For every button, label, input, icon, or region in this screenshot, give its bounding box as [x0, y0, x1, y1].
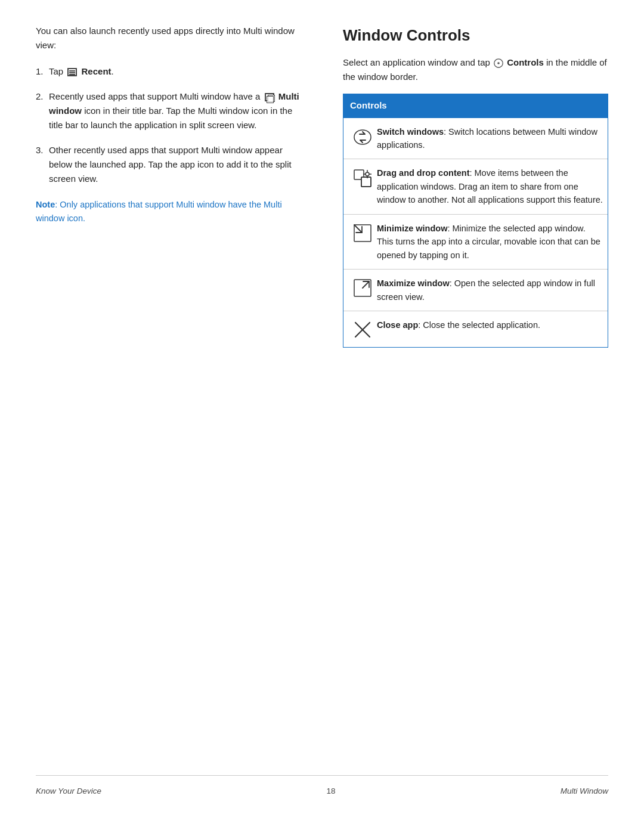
switch-windows-text: Switch windows: Switch locations between… — [377, 125, 603, 152]
list-content-2: Recently used apps that support Multi wi… — [49, 89, 301, 132]
controls-row-switch: Switch windows: Switch locations between… — [343, 118, 608, 160]
recent-label: Recent — [82, 66, 112, 76]
footer-right: Multi Window — [561, 785, 608, 797]
controls-row-close: Close app: Close the selected applicatio… — [343, 311, 608, 347]
recent-icon — [67, 68, 77, 76]
list-content-1: Tap Recent. — [49, 64, 301, 79]
controls-row-minimize: Minimize window: Minimize the selected a… — [343, 215, 608, 270]
controls-bold-label: Controls — [507, 57, 544, 67]
content-area: You can also launch recently used apps d… — [36, 24, 608, 775]
controls-tap-icon — [493, 58, 504, 69]
svg-line-13 — [363, 281, 369, 288]
right-column: Window Controls Select an application wi… — [337, 24, 608, 775]
list-number-2: 2. — [36, 89, 49, 104]
switch-windows-icon — [352, 126, 373, 148]
controls-row-maximize: Maximize window: Open the selected app w… — [343, 270, 608, 311]
list-item-3: 3. Other recently used apps that support… — [36, 143, 301, 186]
section-intro: Select an application window and tap Con… — [343, 55, 608, 84]
svg-point-1 — [497, 62, 500, 64]
svg-point-5 — [366, 172, 369, 176]
multi-window-icon — [265, 93, 274, 101]
dragdrop-icon-cell — [348, 166, 377, 189]
section-title: Window Controls — [343, 24, 608, 47]
maximize-text: Maximize window: Open the selected app w… — [377, 277, 603, 304]
close-app-icon — [352, 320, 373, 340]
footer-left: Know Your Device — [36, 785, 101, 797]
note-body: : Only applications that support Multi w… — [36, 200, 282, 223]
controls-rows-container: Switch windows: Switch locations between… — [343, 118, 608, 348]
close-text: Close app: Close the selected applicatio… — [377, 318, 603, 332]
maximize-window-icon — [352, 278, 373, 298]
drag-drop-icon — [352, 168, 373, 189]
list-item-2: 2. Recently used apps that support Multi… — [36, 89, 301, 132]
note-label: Note — [36, 200, 55, 209]
multi-window-label: Multi window — [49, 91, 299, 116]
svg-line-11 — [354, 225, 362, 233]
minimize-text: Minimize window: Minimize the selected a… — [377, 222, 603, 262]
controls-row-dragdrop: Drag and drop content: Move items betwee… — [343, 159, 608, 214]
switch-icon-cell — [348, 125, 377, 148]
minimize-icon-cell — [348, 222, 377, 243]
close-icon-cell — [348, 318, 377, 340]
note-text: Note: Only applications that support Mul… — [36, 198, 301, 225]
note-section: Note: Only applications that support Mul… — [36, 198, 301, 225]
list-item-1: 1. Tap Recent. — [36, 64, 301, 79]
dragdrop-text: Drag and drop content: Move items betwee… — [377, 166, 603, 206]
maximize-icon-cell — [348, 277, 377, 298]
controls-table: Controls Switch windows: — [343, 94, 608, 348]
controls-header: Controls — [343, 94, 608, 118]
list-number-3: 3. — [36, 143, 49, 157]
list-number-1: 1. — [36, 64, 49, 79]
minimize-window-icon — [352, 223, 373, 243]
list-content-3: Other recently used apps that support Mu… — [49, 143, 301, 186]
footer-center: 18 — [326, 785, 335, 797]
numbered-list: 1. Tap Recent. 2. Recently used apps tha… — [36, 64, 301, 186]
page-footer: Know Your Device 18 Multi Window — [36, 775, 608, 797]
intro-text: You can also launch recently used apps d… — [36, 24, 301, 52]
page-container: You can also launch recently used apps d… — [0, 0, 644, 833]
left-column: You can also launch recently used apps d… — [36, 24, 307, 775]
svg-rect-3 — [361, 177, 371, 187]
